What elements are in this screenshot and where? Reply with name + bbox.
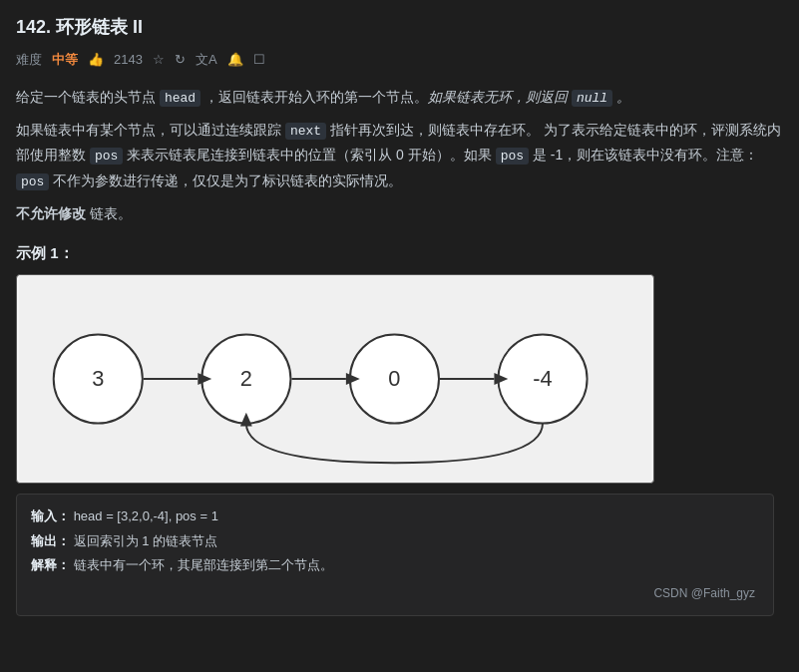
difficulty-label: 难度 [16, 49, 42, 71]
svg-text:2: 2 [240, 366, 252, 391]
diagram-container: 3 2 0 -4 [16, 274, 654, 484]
diagram-svg: 3 2 0 -4 [17, 275, 653, 483]
title-row: 142. 环形链表 II [16, 12, 783, 43]
no-modify: 不允许修改 [16, 205, 86, 221]
pos-val-code: pos [496, 148, 529, 165]
desc-line3: 不允许修改 链表。 [16, 201, 783, 226]
likes-count: 2143 [114, 49, 143, 71]
translate-icon[interactable]: 文A [196, 49, 217, 71]
bookmark-icon[interactable]: ☐ [253, 49, 265, 71]
input-value: head = [3,2,0,-4], pos = 1 [74, 508, 218, 523]
explain-label: 解释： [31, 557, 70, 572]
pos-code: pos [90, 148, 123, 165]
input-label: 输入： [31, 508, 70, 523]
star-icon[interactable]: ☆ [153, 49, 165, 71]
desc-line1-italic: 如果链表无环，则返回 null 。 [428, 89, 630, 105]
meta-row: 难度 中等 👍 2143 ☆ ↻ 文A 🔔 ☐ [16, 49, 783, 71]
difficulty-badge: 中等 [52, 49, 78, 71]
example-input-row: 输入： head = [3,2,0,-4], pos = 1 [31, 504, 759, 529]
example-output-row: 输出： 返回索引为 1 的链表节点 [31, 529, 759, 554]
csdn-credit: CSDN @Faith_gyz [31, 582, 759, 605]
like-icon[interactable]: 👍 [88, 49, 104, 71]
desc-line1-before: 给定一个链表的头节点 [16, 89, 160, 105]
null-code: null [572, 90, 612, 107]
explain-value: 链表中有一个环，其尾部连接到第二个节点。 [74, 557, 333, 572]
example-box: 输入： head = [3,2,0,-4], pos = 1 输出： 返回索引为… [16, 494, 774, 616]
example-explain-row: 解释： 链表中有一个环，其尾部连接到第二个节点。 [31, 553, 759, 578]
page-container: 142. 环形链表 II 难度 中等 👍 2143 ☆ ↻ 文A 🔔 ☐ 给定一… [0, 0, 799, 628]
next-code: next [285, 123, 326, 140]
svg-text:0: 0 [388, 366, 400, 391]
svg-text:3: 3 [92, 366, 104, 391]
svg-text:-4: -4 [533, 366, 552, 391]
bell-icon[interactable]: 🔔 [227, 49, 243, 71]
desc-line1-after: ，返回链表开始入环的第一个节点。 [200, 89, 428, 105]
example-title: 示例 1： [16, 240, 783, 266]
refresh-icon[interactable]: ↻ [175, 49, 186, 71]
description: 给定一个链表的头节点 head ，返回链表开始入环的第一个节点。如果链表无环，则… [16, 85, 783, 227]
output-label: 输出： [31, 533, 70, 548]
output-value: 返回索引为 1 的链表节点 [74, 533, 217, 548]
desc-line2: 如果链表中有某个节点，可以通过连续跟踪 next 指针再次到达，则链表中存在环。… [16, 118, 783, 193]
problem-title: 142. 环形链表 II [16, 12, 143, 43]
pos-note-code: pos [16, 173, 49, 190]
desc-line1: 给定一个链表的头节点 head ，返回链表开始入环的第一个节点。如果链表无环，则… [16, 85, 783, 110]
head-code: head [160, 90, 200, 107]
